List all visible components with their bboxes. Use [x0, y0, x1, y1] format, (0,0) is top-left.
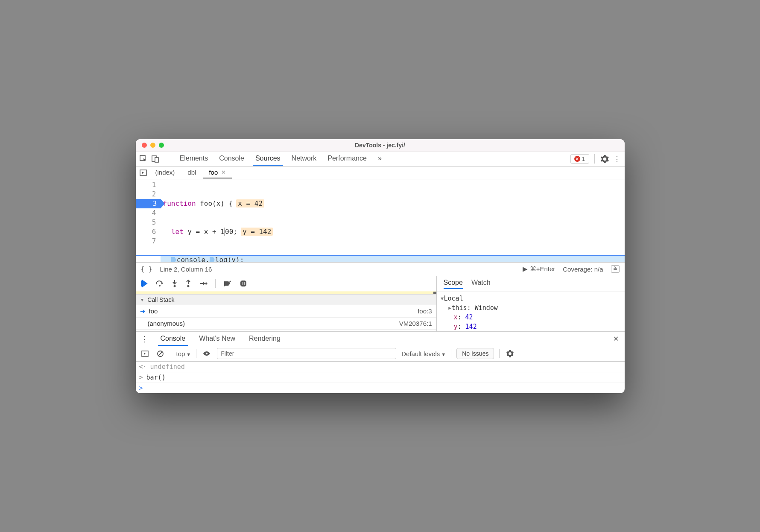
drawer-tabs: ⋮ Console What's New Rendering ✕ — [136, 332, 625, 346]
step-out-button[interactable] — [185, 280, 191, 287]
divider — [196, 349, 196, 358]
close-icon[interactable]: ✕ — [221, 169, 226, 175]
close-drawer-icon[interactable]: ✕ — [611, 334, 621, 344]
scope-group[interactable]: ▼Local — [440, 294, 621, 303]
scope-watch-tabs: Scope Watch — [437, 276, 625, 292]
divider — [215, 279, 216, 288]
stack-frame-location: VM20376:1 — [399, 320, 432, 327]
window-title: DevTools - jec.fyi/ — [136, 142, 625, 149]
call-stack-header[interactable]: ▼Call Stack — [136, 294, 436, 305]
kebab-menu-icon[interactable]: ⋮ — [612, 154, 622, 164]
code-line-paused: console.log(y); — [161, 255, 625, 263]
devtools-window: DevTools - jec.fyi/ Elements Console Sou… — [136, 139, 625, 393]
kebab-menu-icon[interactable]: ⋮ — [139, 334, 149, 344]
inspect-element-icon[interactable] — [138, 154, 149, 164]
scope-item[interactable]: ▶this: Window — [440, 303, 621, 313]
file-tab-dbl[interactable]: dbl — [181, 167, 202, 178]
divider — [499, 349, 500, 358]
error-count: 1 — [582, 155, 585, 162]
line-number[interactable]: 1 — [136, 180, 156, 190]
line-number[interactable]: 5 — [136, 218, 156, 227]
console-sidebar-icon[interactable] — [140, 348, 150, 359]
console-input-row: > bar() — [136, 372, 625, 383]
run-snippet-hint[interactable]: ▶ ⌘+Enter — [523, 265, 555, 273]
show-navigator-icon[interactable] — [138, 167, 149, 178]
file-tab-index[interactable]: (index) — [149, 167, 181, 178]
line-number-paused[interactable]: 3 — [136, 199, 161, 208]
line-number[interactable]: 2 — [136, 190, 156, 199]
deactivate-breakpoints-button[interactable] — [223, 280, 232, 287]
log-level-selector[interactable]: Default levels▼ — [401, 350, 446, 357]
collapse-icon[interactable]: ≚ — [611, 265, 620, 273]
line-number[interactable]: 6 — [136, 227, 156, 237]
main-toolbar: Elements Console Sources Network Perform… — [136, 152, 625, 167]
resume-button[interactable] — [140, 280, 148, 287]
clear-console-icon[interactable] — [155, 348, 166, 359]
code-body[interactable]: function foo(x) {x = 42 let y = x + 100;… — [161, 179, 625, 262]
step-into-button[interactable] — [172, 280, 178, 287]
error-icon: ✕ — [574, 156, 580, 162]
step-over-button[interactable] — [155, 280, 164, 287]
context-selector[interactable]: top▼ — [176, 350, 191, 357]
tab-performance[interactable]: Performance — [325, 152, 369, 166]
svg-point-5 — [173, 285, 175, 287]
console-filter-input[interactable] — [217, 348, 396, 359]
settings-icon[interactable] — [600, 154, 610, 164]
stack-frame-name: (anonymous) — [148, 320, 185, 327]
tab-network[interactable]: Network — [289, 152, 319, 166]
drawer-tab-rendering[interactable]: Rendering — [246, 332, 283, 346]
stack-frame[interactable]: (anonymous) VM20376:1 — [136, 318, 436, 330]
drawer-tab-whatsnew[interactable]: What's New — [196, 332, 238, 346]
tab-elements[interactable]: Elements — [177, 152, 211, 166]
file-tab-foo[interactable]: foo ✕ — [203, 167, 232, 178]
divider — [165, 154, 165, 164]
debugger-panes: ▼Call Stack ➔ foo foo:3 (anonymous) VM20… — [136, 276, 625, 332]
scope-item[interactable]: x: 42 — [440, 313, 621, 322]
console-output-row: <· undefined — [136, 362, 625, 372]
debugger-left-pane: ▼Call Stack ➔ foo foo:3 (anonymous) VM20… — [136, 276, 437, 331]
tab-scope[interactable]: Scope — [444, 279, 463, 289]
console-prefix: <· — [139, 363, 147, 371]
code-editor[interactable]: 1 2 3 4 5 6 7 function foo(x) {x = 42 le… — [136, 179, 625, 263]
titlebar: DevTools - jec.fyi/ — [136, 139, 625, 152]
svg-rect-9 — [243, 282, 243, 285]
editor-status-bar: { } Line 2, Column 16 ▶ ⌘+Enter Coverage… — [136, 263, 625, 276]
scope-item[interactable]: y: 142 — [440, 322, 621, 331]
svg-line-13 — [158, 352, 162, 356]
stack-frame-name: foo — [149, 307, 158, 315]
pretty-print-button[interactable]: { } — [141, 265, 152, 273]
console-body[interactable]: <· undefined > bar() > — [136, 362, 625, 393]
console-toolbar: top▼ Default levels▼ No Issues — [136, 346, 625, 362]
drawer-tab-console[interactable]: Console — [158, 332, 188, 346]
code-line: function foo(x) {x = 42 — [161, 199, 625, 208]
step-button[interactable] — [199, 281, 208, 286]
console-prefix: > — [139, 374, 143, 381]
debugger-right-pane: Scope Watch ▼Local ▶this: Window x: 42 y… — [437, 276, 625, 331]
coverage-status: Coverage: n/a — [563, 266, 603, 273]
panel-tabs: Elements Console Sources Network Perform… — [177, 152, 384, 166]
debugger-toolbar — [136, 276, 436, 292]
divider — [451, 349, 451, 358]
error-count-badge[interactable]: ✕ 1 — [570, 154, 589, 164]
live-expression-icon[interactable] — [202, 348, 212, 359]
svg-rect-2 — [155, 158, 158, 162]
line-number[interactable]: 7 — [136, 237, 156, 246]
stack-frame[interactable]: ➔ foo foo:3 — [136, 305, 436, 318]
console-prefix: > — [139, 384, 143, 392]
tab-console[interactable]: Console — [216, 152, 247, 166]
scope-body: ▼Local ▶this: Window x: 42 y: 142 — [437, 292, 625, 331]
file-tabs: (index) dbl foo ✕ — [136, 167, 625, 179]
tab-sources[interactable]: Sources — [253, 152, 283, 166]
line-gutter[interactable]: 1 2 3 4 5 6 7 — [136, 179, 161, 262]
console-settings-icon[interactable] — [505, 348, 515, 359]
pause-on-exceptions-button[interactable] — [240, 280, 247, 287]
tab-watch[interactable]: Watch — [471, 279, 491, 289]
divider — [171, 349, 171, 358]
line-number[interactable]: 4 — [136, 208, 156, 218]
stack-frame-location: foo:3 — [418, 307, 432, 315]
tab-overflow[interactable]: » — [375, 152, 384, 166]
issues-button[interactable]: No Issues — [456, 348, 494, 359]
device-toolbar-icon[interactable] — [150, 154, 161, 164]
console-prompt-row[interactable]: > — [136, 383, 625, 393]
svg-rect-10 — [244, 282, 245, 285]
